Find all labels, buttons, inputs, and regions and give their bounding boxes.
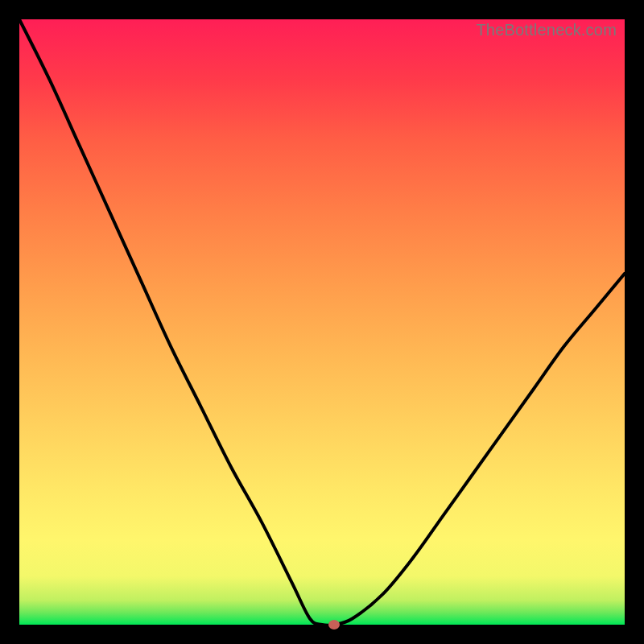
bottleneck-curve [19,19,625,625]
optimal-point-marker [328,620,340,630]
chart-frame: TheBottleneck.com [0,0,644,644]
plot-area: TheBottleneck.com [19,19,625,625]
